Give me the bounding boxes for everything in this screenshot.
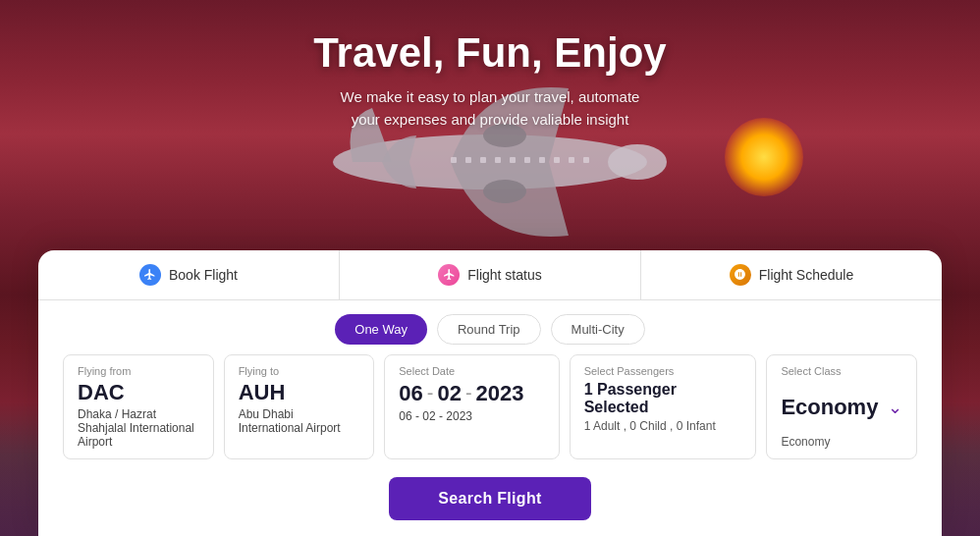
class-value: Economy — [781, 395, 878, 420]
flying-from-code: DAC — [78, 381, 199, 404]
tab-book-flight-label: Book Flight — [169, 267, 238, 283]
search-flight-button[interactable]: Search Flight — [389, 477, 590, 520]
class-header: Economy ⌄ — [781, 395, 902, 420]
svg-rect-5 — [465, 157, 471, 163]
svg-point-2 — [483, 180, 526, 203]
date-year: 2023 — [476, 381, 524, 406]
round-trip-button[interactable]: Round Trip — [437, 314, 541, 345]
svg-rect-11 — [554, 157, 560, 163]
select-passengers-field[interactable]: Select Passengers 1 Passenger Selected 1… — [570, 354, 757, 459]
svg-point-1 — [608, 144, 667, 180]
one-way-button[interactable]: One Way — [335, 314, 427, 345]
svg-rect-10 — [539, 157, 545, 163]
date-full: 06 - 02 - 2023 — [399, 409, 544, 423]
flying-to-label: Flying to — [239, 365, 360, 377]
passengers-summary: 1 Passenger Selected — [584, 381, 742, 416]
passengers-label: Select Passengers — [584, 365, 742, 377]
passengers-detail: 1 Adult , 0 Child , 0 Infant — [584, 419, 742, 433]
date-month: 02 — [437, 381, 461, 406]
date-inputs: 06 - 02 - 2023 — [399, 381, 544, 406]
svg-rect-13 — [583, 157, 589, 163]
flying-to-field[interactable]: Flying to AUH Abu Dhabi International Ai… — [224, 354, 375, 459]
search-card: Book Flight Flight status Flight Schedul… — [38, 250, 942, 536]
svg-rect-7 — [495, 157, 501, 163]
svg-rect-8 — [510, 157, 516, 163]
select-date-field[interactable]: Select Date 06 - 02 - 2023 06 - 02 - 202… — [384, 354, 559, 459]
svg-rect-6 — [480, 157, 486, 163]
tabs-row: Book Flight Flight status Flight Schedul… — [38, 250, 942, 300]
tab-flight-schedule-label: Flight Schedule — [759, 267, 854, 283]
tab-flight-schedule[interactable]: Flight Schedule — [641, 250, 942, 299]
tab-flight-status[interactable]: Flight status — [340, 250, 641, 299]
flying-to-code: AUH — [239, 381, 360, 404]
svg-rect-12 — [569, 157, 574, 163]
fields-row: Flying from DAC Dhaka / Hazrat Shahjalal… — [38, 354, 942, 473]
multi-city-button[interactable]: Multi-City — [551, 314, 645, 345]
hero-content: Travel, Fun, Enjoy We make it easy to pl… — [0, 29, 980, 131]
trip-type-row: One Way Round Trip Multi-City — [38, 300, 942, 354]
flying-from-field[interactable]: Flying from DAC Dhaka / Hazrat Shahjalal… — [63, 354, 214, 459]
tab-flight-status-label: Flight status — [467, 267, 541, 283]
svg-rect-4 — [451, 157, 457, 163]
search-button-row: Search Flight — [38, 473, 942, 536]
flight-status-icon — [438, 264, 460, 286]
tab-book-flight[interactable]: Book Flight — [38, 250, 340, 299]
flying-from-name: Dhaka / Hazrat Shahjalal International A… — [78, 407, 199, 449]
hero-title: Travel, Fun, Enjoy — [0, 29, 980, 77]
class-sub: Economy — [781, 435, 902, 449]
flight-schedule-icon — [730, 264, 751, 286]
class-label: Select Class — [781, 365, 902, 377]
chevron-down-icon: ⌄ — [888, 397, 902, 418]
hero-section: Travel, Fun, Enjoy We make it easy to pl… — [0, 0, 980, 536]
flying-from-label: Flying from — [78, 365, 199, 377]
date-label: Select Date — [399, 365, 544, 377]
select-class-field[interactable]: Select Class Economy ⌄ Economy — [766, 354, 917, 459]
flying-to-name: Abu Dhabi International Airport — [239, 407, 360, 435]
svg-rect-9 — [524, 157, 530, 163]
date-day: 06 — [399, 381, 422, 406]
hero-subtitle: We make it easy to plan your travel, aut… — [0, 86, 980, 131]
book-flight-icon — [139, 264, 161, 286]
